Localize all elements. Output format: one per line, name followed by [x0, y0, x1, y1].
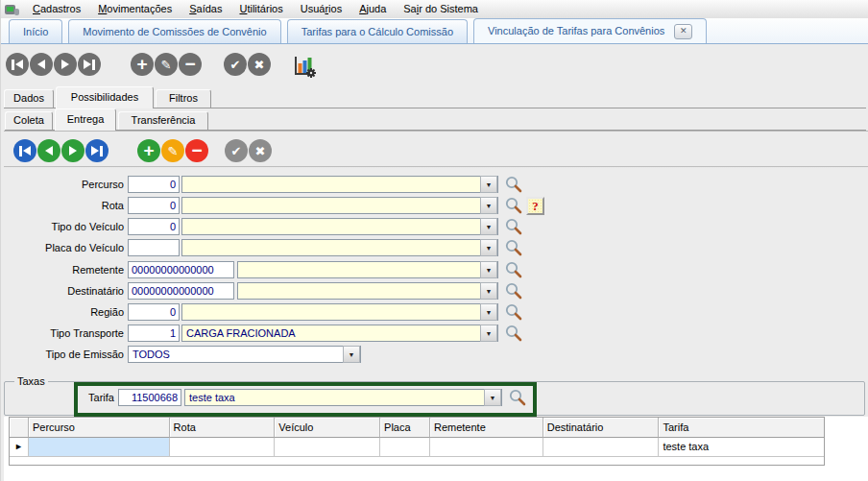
pencil-icon: ✎	[168, 145, 179, 157]
percurso-code-input[interactable]	[128, 176, 180, 193]
post-record-button[interactable]: ✔	[224, 53, 247, 76]
application-window: Cadastros Movimentações Saídas Utilitári…	[0, 0, 868, 481]
tab-transferencia[interactable]: Transferência	[118, 111, 208, 130]
edit-record-button[interactable]: ✎	[161, 139, 184, 162]
last-record-button[interactable]	[85, 139, 108, 162]
chevron-down-icon[interactable]: ▼	[484, 389, 501, 406]
cell-remetente[interactable]	[430, 438, 543, 457]
insert-record-button[interactable]: +	[137, 139, 160, 162]
search-icon[interactable]	[504, 175, 523, 194]
chevron-down-icon[interactable]: ▼	[480, 218, 497, 235]
chevron-down-icon[interactable]: ▼	[480, 197, 497, 214]
search-icon[interactable]	[504, 238, 523, 257]
cell-placa[interactable]	[380, 438, 430, 457]
search-icon[interactable]	[504, 324, 523, 343]
tipo-veiculo-code-input[interactable]	[128, 218, 180, 235]
tab-filtros[interactable]: Filtros	[156, 89, 211, 108]
field-label: Percurso	[1, 179, 124, 190]
remetente-combo[interactable]: ▼	[237, 261, 498, 278]
x-icon: ✖	[254, 59, 265, 71]
chevron-down-icon[interactable]: ▼	[343, 346, 360, 363]
column-header[interactable]: Percurso	[29, 418, 170, 438]
chevron-down-icon[interactable]: ▼	[480, 303, 497, 321]
destinatario-code-input[interactable]	[128, 282, 234, 300]
rota-combo[interactable]: ▼	[181, 197, 498, 214]
rota-code-input[interactable]	[128, 197, 180, 214]
tab-coleta[interactable]: Coleta	[5, 111, 53, 130]
column-header[interactable]: Placa	[380, 418, 430, 438]
menu-sair-do-sistema[interactable]: Sair do Sistema	[395, 0, 487, 18]
search-icon[interactable]	[504, 302, 523, 322]
last-record-button[interactable]	[78, 53, 101, 76]
tarifa-code-input[interactable]	[118, 389, 181, 406]
first-record-button[interactable]	[13, 139, 36, 162]
prior-record-button[interactable]	[37, 139, 60, 162]
close-tab-icon[interactable]: ✕	[674, 24, 692, 39]
prior-record-button[interactable]	[30, 53, 53, 76]
tab-inicio[interactable]: Início	[9, 19, 62, 43]
search-icon[interactable]	[508, 388, 527, 407]
tab-movimento-comissoes[interactable]: Movimento de Comissões de Convênio	[68, 19, 280, 43]
form-row-tipo-transporte: Tipo Transporte CARGA FRACIONADA▼	[1, 325, 868, 343]
tab-possibilidades[interactable]: Possibilidades	[56, 86, 154, 108]
chevron-down-icon[interactable]: ▼	[480, 239, 497, 256]
placa-code-input[interactable]	[128, 239, 180, 256]
search-icon[interactable]	[504, 281, 523, 301]
menu-utilitarios[interactable]: Utilitários	[230, 0, 291, 18]
chevron-down-icon[interactable]: ▼	[480, 261, 497, 278]
chevron-down-icon[interactable]: ▼	[480, 176, 497, 193]
tipo-veiculo-combo[interactable]: ▼	[181, 218, 498, 235]
delete-record-button[interactable]: −	[185, 139, 208, 162]
grid-indicator-header	[10, 418, 29, 438]
column-header[interactable]: Rota	[170, 418, 276, 438]
column-header[interactable]: Tarifa	[659, 418, 824, 438]
destinatario-combo[interactable]: ▼	[237, 282, 498, 300]
menu-ajuda[interactable]: Ajuda	[350, 0, 395, 18]
tab-entrega[interactable]: Entrega	[55, 108, 116, 131]
tipo-emissao-select[interactable]: TODOS▼	[128, 346, 361, 363]
field-label: Remetente	[1, 264, 124, 276]
tab-tarifas-calculo[interactable]: Tarifas para o Cálculo Comissão	[287, 19, 468, 43]
search-icon[interactable]	[504, 260, 523, 279]
cancel-record-button[interactable]: ✖	[249, 139, 272, 162]
column-header[interactable]: Destinatário	[543, 418, 660, 438]
tab-vinculacao-tarifas[interactable]: Vinculação de Tarifas para Convênios ✕	[473, 18, 707, 43]
cell-veiculo[interactable]	[275, 438, 380, 457]
remetente-code-input[interactable]	[128, 261, 234, 278]
tipo-transporte-code-input[interactable]	[128, 325, 180, 342]
menu-movimentacoes[interactable]: Movimentações	[89, 0, 181, 18]
search-icon[interactable]	[504, 217, 523, 236]
possibilidades-tabset: Coleta Entrega Transferência	[5, 108, 866, 131]
cell-percurso[interactable]	[29, 438, 170, 457]
cell-destinatario[interactable]	[543, 438, 660, 457]
cancel-record-button[interactable]: ✖	[248, 53, 271, 76]
menu-cadastros[interactable]: Cadastros	[24, 0, 89, 18]
menu-bar: Cadastros Movimentações Saídas Utilitári…	[1, 0, 868, 19]
column-header[interactable]: Remetente	[430, 418, 543, 438]
cell-rota[interactable]	[170, 438, 276, 457]
menu-usuarios[interactable]: Usuários	[292, 0, 350, 18]
tipo-transporte-combo[interactable]: CARGA FRACIONADA▼	[181, 325, 498, 342]
column-header[interactable]: Veículo	[275, 418, 380, 438]
menu-saidas[interactable]: Saídas	[181, 0, 230, 18]
placa-combo[interactable]: ▼	[181, 239, 498, 256]
percurso-combo[interactable]: ▼	[181, 176, 498, 193]
next-record-button[interactable]	[54, 53, 77, 76]
chevron-down-icon[interactable]: ▼	[480, 325, 497, 342]
chevron-down-icon[interactable]: ▼	[480, 282, 497, 300]
regiao-code-input[interactable]	[128, 303, 180, 321]
insert-record-button[interactable]: +	[131, 53, 154, 76]
tarifa-combo[interactable]: teste taxa▼	[184, 389, 502, 406]
cell-tarifa[interactable]: teste taxa	[659, 438, 824, 457]
search-icon[interactable]	[504, 196, 523, 215]
first-record-button[interactable]	[6, 53, 29, 76]
tab-dados[interactable]: Dados	[4, 89, 54, 108]
help-button[interactable]: ?	[526, 197, 544, 215]
regiao-combo[interactable]: ▼	[181, 303, 498, 321]
post-record-button[interactable]: ✔	[225, 139, 248, 162]
chart-settings-icon[interactable]	[291, 54, 318, 79]
next-record-button[interactable]	[61, 139, 84, 162]
edit-record-button[interactable]: ✎	[155, 53, 178, 76]
delete-record-button[interactable]: −	[179, 53, 202, 76]
pencil-icon: ✎	[161, 59, 172, 71]
